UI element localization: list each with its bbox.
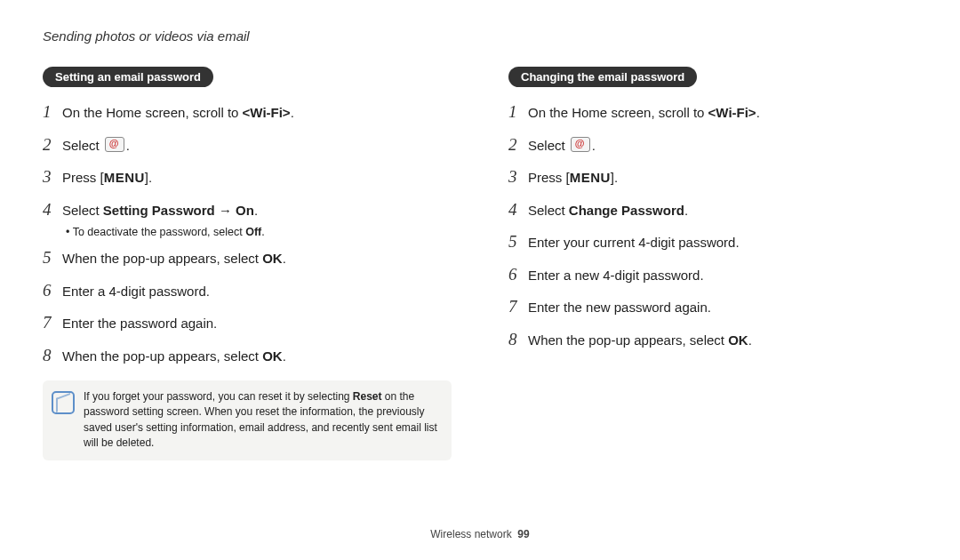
step-r6: 6 Enter a new 4-digit password. (508, 262, 917, 288)
step-number: 6 (43, 278, 62, 304)
step-text: Select . (528, 136, 596, 156)
step-number: 1 (43, 100, 62, 125)
step-number: 8 (43, 343, 62, 369)
step-text: When the pop-up appears, select OK. (528, 331, 752, 351)
step-r2: 2 Select . (508, 132, 917, 158)
menu-button-label: MENU (104, 170, 145, 185)
step-l5: 5 When the pop-up appears, select OK. (43, 245, 452, 271)
step-text: Select Change Password. (528, 201, 688, 221)
page-footer: Wireless network 99 (0, 528, 960, 540)
step-text: Enter a new 4-digit password. (528, 266, 704, 286)
step-number: 3 (43, 164, 62, 190)
right-column: Changing the email password 1 On the Hom… (508, 67, 917, 460)
step-r3: 3 Press [MENU]. (508, 164, 917, 190)
step-text: On the Home screen, scroll to <Wi-Fi>. (62, 103, 294, 124)
step-text: Enter the password again. (62, 314, 217, 334)
step-text: Select Setting Password → On. (62, 201, 258, 221)
email-app-icon (571, 137, 590, 152)
step-text: When the pop-up appears, select OK. (62, 249, 286, 269)
step-number: 5 (508, 229, 528, 255)
note-text: If you forget your password, you can res… (84, 389, 439, 452)
section-title-changing: Changing the email password (508, 67, 697, 87)
step-l6: 6 Enter a 4-digit password. (43, 278, 452, 304)
step-l4: 4 Select Setting Password → On. (43, 197, 452, 223)
step-number: 7 (43, 310, 62, 336)
step-number: 7 (508, 294, 528, 320)
step-l2: 2 Select . (43, 132, 452, 158)
step-number: 2 (508, 132, 528, 158)
step-number: 8 (508, 327, 528, 353)
step-number: 3 (508, 164, 528, 190)
step-l7: 7 Enter the password again. (43, 310, 452, 336)
step-number: 4 (508, 197, 528, 223)
menu-button-label: MENU (570, 170, 611, 185)
step-r5: 5 Enter your current 4-digit password. (508, 229, 917, 255)
step-number: 5 (43, 245, 62, 271)
step-text: On the Home screen, scroll to <Wi-Fi>. (528, 103, 760, 124)
step-l1: 1 On the Home screen, scroll to <Wi-Fi>. (43, 100, 452, 125)
step-text: Select . (62, 136, 130, 156)
step-text: When the pop-up appears, select OK. (62, 347, 286, 367)
step-number: 1 (508, 100, 528, 125)
step-l4-bullet: • To deactivate the password, select Off… (66, 226, 452, 238)
step-l8: 8 When the pop-up appears, select OK. (43, 343, 452, 369)
step-l3: 3 Press [MENU]. (43, 164, 452, 190)
email-app-icon (105, 137, 124, 152)
page-header: Sending photos or videos via email (43, 28, 917, 44)
note-icon (52, 391, 75, 414)
step-number: 2 (43, 132, 62, 158)
step-r1: 1 On the Home screen, scroll to <Wi-Fi>. (508, 100, 917, 125)
step-text: Enter the new password again. (528, 298, 711, 318)
step-text: Press [MENU]. (62, 168, 152, 188)
step-number: 4 (43, 197, 62, 223)
left-column: Setting an email password 1 On the Home … (43, 67, 452, 460)
step-r8: 8 When the pop-up appears, select OK. (508, 327, 917, 353)
step-text: Press [MENU]. (528, 168, 618, 188)
step-r4: 4 Select Change Password. (508, 197, 917, 223)
step-number: 6 (508, 262, 528, 288)
section-title-setting: Setting an email password (43, 67, 213, 87)
step-text: Enter your current 4-digit password. (528, 233, 740, 253)
step-r7: 7 Enter the new password again. (508, 294, 917, 320)
note-box: If you forget your password, you can res… (43, 380, 452, 460)
step-text: Enter a 4-digit password. (62, 282, 210, 302)
